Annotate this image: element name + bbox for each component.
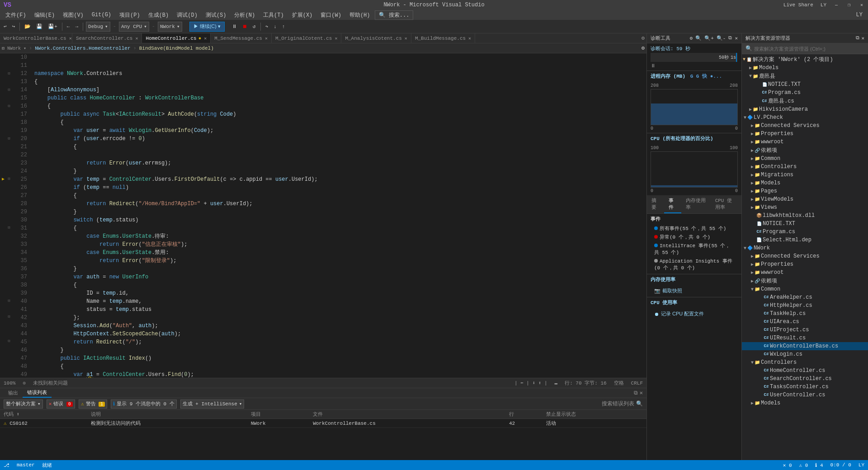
message-count-status[interactable]: ℹ 4 <box>815 462 823 468</box>
menu-debug[interactable]: 调试(D) <box>173 10 201 20</box>
method-selector[interactable]: BindSave(BindModel model) <box>137 46 216 51</box>
diag-tab-cpu[interactable]: CPU 使用率 <box>711 195 741 213</box>
close-btn[interactable]: ✕ <box>859 2 864 8</box>
tab-moriginalcotent[interactable]: M_OriginalCotent.cs ✕ <box>272 33 341 43</box>
tree-nw-taskhelp[interactable]: C# TaskHelp.cs <box>742 310 868 318</box>
tree-lvp-select[interactable]: 📄 Select.Html.dep <box>742 236 868 244</box>
toolbar-forward[interactable]: → <box>73 22 80 32</box>
tree-nw-homecontroller[interactable]: C# HomeController.cs <box>742 367 868 375</box>
col-suppress[interactable]: 禁止显示状态 <box>542 410 646 419</box>
toolbar-back[interactable]: ← <box>65 22 72 32</box>
tab-msendmessage[interactable]: M_SendMessage.cs ✕ <box>211 33 272 43</box>
se-search-input[interactable] <box>754 46 864 52</box>
warning-count-status[interactable]: ⚠ 0 <box>799 462 808 468</box>
diag-settings-icon[interactable]: ⚙ <box>690 35 693 41</box>
tree-lvp-migrations[interactable]: ▶ 📁 Migrations <box>742 171 868 179</box>
se-close-icon[interactable]: ✕ <box>861 35 864 41</box>
tab-mbuildmessage[interactable]: M_BuildMessage.cs ✕ <box>411 33 475 43</box>
tab-manalysiscotent[interactable]: M_AnalysisCotent.cs ✕ <box>341 33 411 43</box>
menu-help[interactable]: 帮助(H) <box>346 10 374 20</box>
tree-lvp-controllers[interactable]: ▶ 📁 Controllers <box>742 163 868 171</box>
error-row-1[interactable]: ⚠ CS0162 检测到无法访问的代码 NWork WorkController… <box>0 419 646 428</box>
start-button[interactable]: ▶ 继续(C) ▾ <box>189 22 225 32</box>
menu-file[interactable]: 文件(F) <box>2 10 30 20</box>
tab-homecontroller[interactable]: HomeController.cs ● ✕ <box>142 33 211 43</box>
tree-solution[interactable]: ▼ 📋 解决方案 'NWork' (2 个项目) <box>742 55 868 64</box>
tab-close[interactable]: ✕ <box>265 36 268 41</box>
toolbar-redo[interactable]: ↪ <box>10 22 17 32</box>
menu-analyze[interactable]: 分析(N) <box>231 10 259 20</box>
tree-nw-uiproject[interactable]: C# UIProject.cs <box>742 326 868 334</box>
menu-project[interactable]: 项目(P) <box>116 10 144 20</box>
menu-search[interactable]: 🔍 搜索... <box>375 10 414 20</box>
tree-nw-usercontroller[interactable]: C# UserController.cs <box>742 391 868 399</box>
tree-nw-workcontrollerbase[interactable]: C# WorkControllerBase.cs <box>742 342 868 350</box>
scope-filter[interactable]: 整个解决方案 ▾ <box>4 400 43 409</box>
tree-nw-httphelper[interactable]: C# HttpHelper.cs <box>742 301 868 310</box>
tree-lvp-common[interactable]: ▶ 📁 Common <box>742 155 868 163</box>
error-filter[interactable]: ✕ 错误 0 <box>47 400 75 409</box>
tab-workcontrollerbase[interactable]: WorkControllerBase.cs ✕ <box>0 33 72 43</box>
tree-lvp-pages[interactable]: ▶ 📁 Pages <box>742 187 868 195</box>
menu-test[interactable]: 测试(S) <box>202 10 230 20</box>
tree-lvp-libwk[interactable]: 📦 libwkhtmltox.dll <box>742 212 868 220</box>
tab-close[interactable]: ✕ <box>468 36 471 41</box>
config-dropdown[interactable]: Debug ▾ <box>86 22 110 32</box>
tree-lvp-viewmodels[interactable]: ▶ 📁 ViewModels <box>742 195 868 203</box>
menu-build[interactable]: 生成(B) <box>145 10 173 20</box>
toolbar-save[interactable]: 💾 <box>34 22 44 32</box>
diag-tab-memory[interactable]: 内存使用率 <box>681 195 711 213</box>
col-file[interactable]: 文件 <box>309 410 505 419</box>
tree-models-root[interactable]: ▶ 📁 Models <box>742 64 868 72</box>
tree-nw-wxlogin[interactable]: C# WxLogin.cs <box>742 350 868 358</box>
tree-program-cs-1[interactable]: C# Program.cs <box>742 89 868 97</box>
tree-nw-controllers[interactable]: ▼ 📁 Controllers <box>742 358 868 367</box>
tree-nw-uiresult[interactable]: C# UIResult.cs <box>742 334 868 342</box>
se-float-icon[interactable]: ⧉ <box>856 35 859 41</box>
toolbar-open[interactable]: 📂 <box>23 22 33 32</box>
tree-nw-common[interactable]: ▼ 📁 Common <box>742 285 868 293</box>
project-dropdown[interactable]: NWork ▾ <box>158 22 182 32</box>
live-share-btn[interactable]: Live Share <box>783 2 813 8</box>
toolbar-stepin[interactable]: ↓ <box>272 22 278 32</box>
error-count-status[interactable]: ✕ 0 <box>783 462 792 468</box>
col-code[interactable]: 代码 ⬆ <box>0 410 87 419</box>
tab-overflow[interactable]: ⚙ <box>640 35 646 42</box>
tree-lvp-properties[interactable]: ▶ 📁 Properties <box>742 130 868 138</box>
tab-error-list[interactable]: 错误列表 <box>23 388 52 398</box>
minimize-btn[interactable]: — <box>834 2 839 8</box>
project-selector[interactable]: ⊞ NWork ▾ <box>0 46 28 51</box>
git-branch-label[interactable]: master <box>17 462 35 468</box>
build-filter[interactable]: 生成 + IntelliSense ▾ <box>180 400 245 409</box>
tree-lvp-views[interactable]: ▶ 📁 Views <box>742 203 868 212</box>
diag-zoom-out-icon[interactable]: 🔍- <box>717 35 726 41</box>
toolbar-stepout[interactable]: ↑ <box>280 22 287 32</box>
tree-nw-models-folder[interactable]: ▶ 📁 Models <box>742 399 868 407</box>
menu-tools[interactable]: 工具(T) <box>259 10 288 20</box>
class-selector[interactable]: NWork.Controllers.HomeController <box>33 46 132 51</box>
tab-close[interactable]: ✕ <box>69 36 72 41</box>
toolbar-stop[interactable]: ⏹ <box>241 22 249 32</box>
tree-lvp-notice[interactable]: 📄 NOTICE.TXT <box>742 220 868 228</box>
col-project[interactable]: 项目 <box>247 410 310 419</box>
toolbar-restart[interactable]: ↺ <box>251 22 258 32</box>
editor-settings[interactable]: ⚙ <box>640 45 646 52</box>
tree-lvp-deps[interactable]: ▶ 🔗 依赖项 <box>742 146 868 155</box>
bottom-panel-close[interactable]: ✕ <box>640 390 643 396</box>
se-search-bar[interactable]: 🔍 <box>742 43 868 54</box>
col-line[interactable]: 行 <box>505 410 542 419</box>
snapshot-button[interactable]: 📷 截取快照 <box>651 287 686 295</box>
tree-luyixian[interactable]: ▼ 📁 鹿邑县 <box>742 72 868 80</box>
record-button[interactable]: ⏺ 记录 CPU 配置文件 <box>651 310 708 318</box>
diag-search-icon[interactable]: 🔍 <box>695 35 702 41</box>
tree-lvp-models[interactable]: ▶ 📁 Models <box>742 179 868 187</box>
tab-close[interactable]: ✕ <box>135 36 138 41</box>
diag-tab-summary[interactable]: 摘要 <box>647 195 664 213</box>
platform-dropdown[interactable]: Any CPU ▾ <box>119 22 149 32</box>
tree-nw-connected[interactable]: ▶ 📁 Connected Services <box>742 252 868 260</box>
tree-nw-wwwroot[interactable]: ▶ 📁 wwwroot <box>742 268 868 277</box>
diag-zoom-in-icon[interactable]: 🔍+ <box>704 35 714 41</box>
error-search-btn[interactable]: 🔍 <box>636 400 643 407</box>
toolbar-saveall[interactable]: 💾+ <box>46 22 59 32</box>
tree-nw-properties[interactable]: ▶ 📁 Properties <box>742 260 868 268</box>
